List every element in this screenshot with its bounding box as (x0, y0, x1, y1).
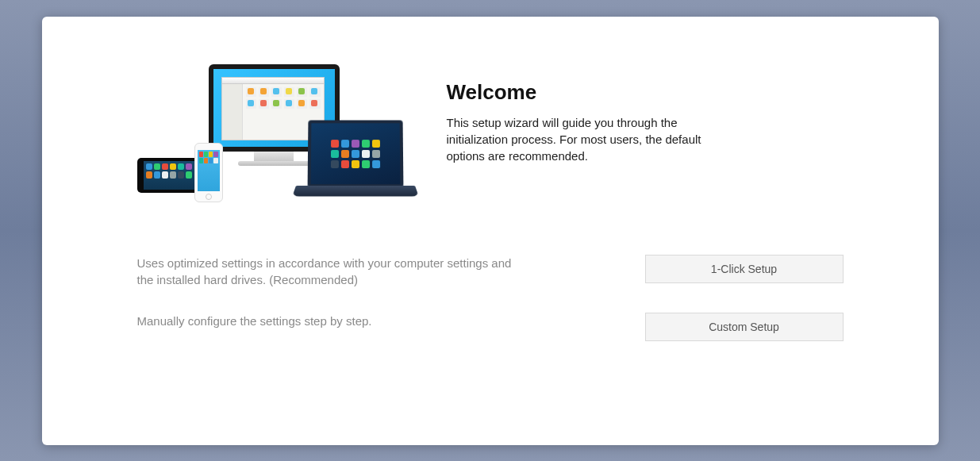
welcome-text-block: Welcome This setup wizard will guide you… (447, 64, 844, 164)
custom-setup-button[interactable]: Custom Setup (645, 313, 844, 341)
custom-description: Manually configure the settings step by … (137, 313, 518, 330)
welcome-row: Welcome This setup wizard will guide you… (137, 64, 844, 207)
welcome-description: This setup wizard will guide you through… (447, 114, 732, 164)
one-click-setup-button[interactable]: 1-Click Setup (645, 255, 844, 283)
custom-option-row: Manually configure the settings step by … (137, 313, 844, 341)
devices-illustration (145, 64, 415, 207)
welcome-title: Welcome (447, 80, 844, 105)
tablet-icon (137, 158, 201, 193)
laptop-icon (296, 120, 415, 207)
setup-wizard-card: Welcome This setup wizard will guide you… (42, 17, 939, 445)
one-click-option-row: Uses optimized settings in accordance wi… (137, 255, 844, 290)
phone-icon (194, 143, 223, 202)
one-click-description: Uses optimized settings in accordance wi… (137, 255, 518, 290)
